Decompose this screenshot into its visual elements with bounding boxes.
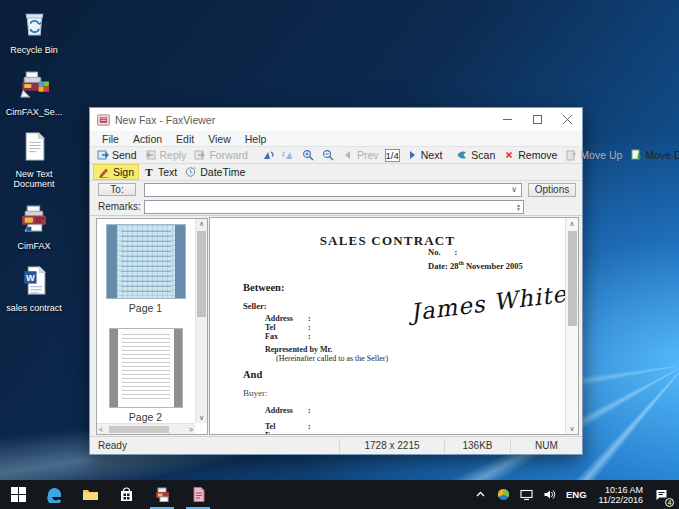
desktop-icon-sales-contract[interactable]: W sales contract xyxy=(2,264,66,313)
scroll-right-icon[interactable]: > xyxy=(189,426,193,433)
installer-icon xyxy=(18,68,51,105)
tray-time: 10:16 AM xyxy=(599,485,643,495)
maximize-button[interactable] xyxy=(522,108,552,131)
edge-taskbar-button[interactable] xyxy=(36,480,72,509)
thumbnail-vertical-scrollbar[interactable]: ∧ ∨ xyxy=(195,219,207,423)
scroll-up-icon[interactable]: ∧ xyxy=(569,218,574,229)
page-number-input[interactable]: 1/4 xyxy=(385,149,400,162)
svg-text:T: T xyxy=(145,166,153,178)
scroll-down-icon[interactable]: ∨ xyxy=(199,413,204,423)
page-1-thumbnail[interactable] xyxy=(106,224,186,299)
fax-machine-icon xyxy=(18,202,51,239)
remove-icon xyxy=(503,149,515,161)
desktop-icon-recycle-bin[interactable]: Recycle Bin xyxy=(2,6,66,55)
thumbnail-panel: Page 1 Page 2 ∧ ∨ < > xyxy=(96,218,208,435)
cimfax-taskbar-button[interactable] xyxy=(144,480,180,509)
status-dimensions: 1728 x 2215 xyxy=(339,439,444,453)
datetime-clock-icon xyxy=(185,166,197,178)
scroll-left-icon[interactable]: < xyxy=(99,426,103,433)
move-down-button[interactable]: Move Do xyxy=(626,148,679,162)
status-bar: Ready 1728 x 2215 136KB NUM xyxy=(90,436,582,454)
action-center-button[interactable]: 4 xyxy=(650,480,673,509)
colorball-icon xyxy=(497,488,510,501)
zoom-out-button[interactable] xyxy=(318,148,338,162)
reply-button[interactable]: Reply xyxy=(141,148,191,162)
sign-button[interactable]: Sign xyxy=(93,164,139,180)
represented-label: Represented by Mr. xyxy=(265,345,332,354)
store-taskbar-button[interactable] xyxy=(108,480,144,509)
word-doc-icon: W xyxy=(18,264,51,301)
close-button[interactable] xyxy=(552,108,582,131)
rotate-right-button[interactable] xyxy=(278,148,298,162)
faxviewer-window: New Fax - FaxViewer File Action Edit Vie… xyxy=(89,107,583,455)
zoom-in-button[interactable] xyxy=(298,148,318,162)
forward-icon xyxy=(194,149,206,161)
tray-clock[interactable]: 10:16 AM 11/22/2016 xyxy=(592,485,650,505)
scroll-down-icon[interactable]: ∨ xyxy=(569,423,574,434)
signature-james-white[interactable]: James White xyxy=(409,281,568,326)
window-title: New Fax - FaxViewer xyxy=(115,114,492,126)
next-page-button[interactable]: Next xyxy=(402,148,447,162)
desktop-icon-cimfax-setup[interactable]: CimFAX_Se... xyxy=(2,68,66,117)
recipient-combobox[interactable]: ∨ xyxy=(144,183,522,197)
page-1-caption: Page 1 xyxy=(129,302,162,314)
and-label: And xyxy=(243,369,262,380)
desktop-icon-new-text-document[interactable]: New Text Document xyxy=(2,130,66,189)
tray-language[interactable]: ENG xyxy=(561,480,592,509)
chevron-up-icon xyxy=(474,488,487,501)
remarks-input[interactable]: ▲▼ xyxy=(144,200,524,214)
contract-meta: No.: Date: 28th November 2005 xyxy=(428,247,523,272)
start-button[interactable] xyxy=(0,480,36,509)
content-area: Page 1 Page 2 ∧ ∨ < > SALES CONTRACT xyxy=(90,215,582,436)
tray-volume-button[interactable] xyxy=(538,480,561,509)
chevron-down-icon: ∨ xyxy=(511,185,521,194)
menu-view[interactable]: View xyxy=(201,133,238,145)
scrollbar-thumb[interactable] xyxy=(197,231,206,317)
recipient-row: To: ∨ Options xyxy=(90,181,582,198)
menu-edit[interactable]: Edit xyxy=(169,133,201,145)
recycle-bin-icon xyxy=(18,6,51,43)
scroll-up-icon[interactable]: ∧ xyxy=(199,219,204,229)
datetime-button[interactable]: DateTime xyxy=(181,165,249,179)
desktop-icon-label: Recycle Bin xyxy=(10,45,58,55)
menu-help[interactable]: Help xyxy=(238,133,274,145)
move-up-icon xyxy=(565,149,577,161)
speaker-icon xyxy=(543,488,556,501)
rotate-left-button[interactable] xyxy=(258,148,278,162)
move-up-button[interactable]: Move Up xyxy=(561,148,626,162)
minimize-button[interactable] xyxy=(492,108,522,131)
remove-button[interactable]: Remove xyxy=(499,148,561,162)
tray-network-icon-button[interactable] xyxy=(515,480,538,509)
menu-action[interactable]: Action xyxy=(126,133,169,145)
menu-file[interactable]: File xyxy=(95,133,126,145)
thumbnail-horizontal-scrollbar[interactable]: < > xyxy=(97,423,195,434)
tray-app-colorball[interactable] xyxy=(492,480,515,509)
scan-button[interactable]: Scan xyxy=(452,148,499,162)
scrollbar-thumb[interactable] xyxy=(109,426,169,433)
document-vertical-scrollbar[interactable]: ∧ ∨ xyxy=(565,218,578,434)
status-numlock: NUM xyxy=(510,439,582,453)
options-button[interactable]: Options xyxy=(528,183,576,197)
move-down-icon xyxy=(630,149,642,161)
desktop-icon-cimfax[interactable]: CimFAX xyxy=(2,202,66,251)
file-explorer-taskbar-button[interactable] xyxy=(72,480,108,509)
tray-expand-chevron[interactable] xyxy=(469,480,492,509)
send-icon xyxy=(97,149,109,161)
to-button[interactable]: To: xyxy=(98,183,136,196)
document-page[interactable]: SALES CONTRACT No.: Date: 28th November … xyxy=(210,218,565,434)
faxviewer-taskbar-button[interactable] xyxy=(180,480,216,509)
hereinafter-label: (Hereinafter called to as the Seller) xyxy=(276,354,388,363)
page-2-thumbnail[interactable] xyxy=(109,328,183,408)
text-button[interactable]: T Text xyxy=(139,165,181,179)
edge-icon xyxy=(46,486,63,503)
spinner-icon[interactable]: ▲▼ xyxy=(516,203,523,211)
send-button[interactable]: Send xyxy=(93,148,141,162)
scrollbar-thumb[interactable] xyxy=(568,231,577,326)
windows-logo-icon xyxy=(10,486,27,503)
menu-bar: File Action Edit View Help xyxy=(90,131,582,147)
title-bar[interactable]: New Fax - FaxViewer xyxy=(90,108,582,131)
between-label: Between: xyxy=(243,282,284,293)
notification-badge: 4 xyxy=(665,498,674,507)
forward-button[interactable]: Forward xyxy=(190,148,252,162)
prev-page-button[interactable]: Prev xyxy=(338,148,383,162)
